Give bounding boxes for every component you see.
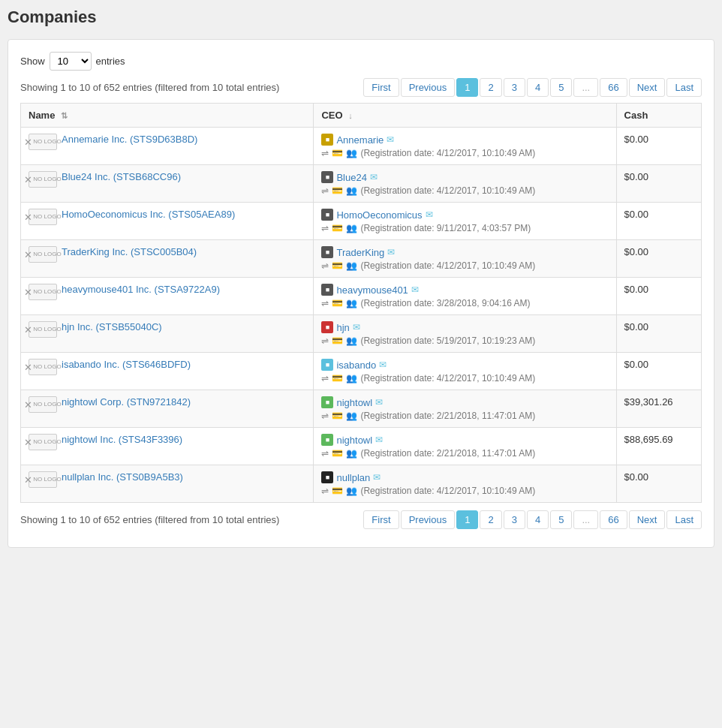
card-icon: 💳	[332, 448, 343, 459]
page-66-button-bottom[interactable]: 66	[600, 510, 627, 529]
cash-cell: $0.00	[616, 278, 701, 315]
ceo-name-link[interactable]: nullplan	[336, 472, 370, 483]
ceo-avatar: ■	[321, 359, 333, 371]
no-logo-icon: ✕ NO LOGO	[29, 246, 57, 263]
ceo-name-link[interactable]: nightowl	[336, 397, 372, 408]
company-name-cell: ✕ NO LOGO TraderKing Inc. (STSC005B04)	[21, 240, 314, 278]
no-logo-icon: ✕ NO LOGO	[29, 209, 57, 225]
mail-icon[interactable]: ✉	[353, 322, 360, 332]
next-button-bottom[interactable]: Next	[629, 510, 666, 529]
company-link[interactable]: HomoOeconomicus Inc. (STS05AEA89)	[62, 209, 235, 220]
last-button-top[interactable]: Last	[666, 78, 702, 97]
company-name-cell: ✕ NO LOGO nullplan Inc. (STS0B9A5B3)	[21, 465, 314, 503]
mail-icon[interactable]: ✉	[379, 359, 387, 370]
mail-icon[interactable]: ✉	[375, 397, 383, 408]
mail-icon[interactable]: ✉	[411, 284, 419, 295]
mail-icon[interactable]: ✉	[373, 472, 381, 483]
transfer-icon: ⇌	[321, 148, 329, 158]
page-1-button-top[interactable]: 1	[456, 78, 478, 97]
ceo-name-link[interactable]: HomoOeconomicus	[336, 209, 422, 221]
last-button-bottom[interactable]: Last	[666, 510, 702, 529]
ceo-avatar: ■	[321, 134, 333, 146]
company-link[interactable]: nightowl Corp. (STN9721842)	[62, 396, 191, 408]
company-name-cell: ✕ NO LOGO hjn Inc. (STSB55040C)	[21, 315, 314, 353]
ceo-name-link[interactable]: nightowl	[336, 435, 372, 446]
no-logo-icon: ✕ NO LOGO	[29, 321, 57, 338]
col-ceo[interactable]: CEO ↓	[314, 104, 616, 128]
first-button-top[interactable]: First	[363, 78, 399, 97]
previous-button-bottom[interactable]: Previous	[401, 510, 456, 529]
company-name-cell: ✕ NO LOGO nightowl Corp. (STN9721842)	[21, 390, 314, 428]
card-icon: 💳	[332, 223, 343, 233]
page-4-button-top[interactable]: 4	[527, 78, 549, 97]
ceo-reg-date: (Registration date: 4/12/2017, 10:10:49 …	[360, 260, 535, 271]
ceo-name-link[interactable]: Blue24	[336, 172, 366, 183]
ceo-cell: ■ HomoOeconomicus ✉ ⇌ 💳 👥 (Registration …	[314, 203, 616, 240]
ceo-avatar: ■	[321, 321, 333, 333]
ceo-reg-date: (Registration date: 4/12/2017, 10:10:49 …	[360, 185, 535, 196]
company-link[interactable]: heavymouse401 Inc. (STSA9722A9)	[62, 284, 220, 295]
col-name[interactable]: Name ⇅	[21, 104, 314, 128]
mail-icon[interactable]: ✉	[426, 209, 433, 220]
cash-cell: $0.00	[616, 465, 701, 503]
ceo-cell: ■ hjn ✉ ⇌ 💳 👥 (Registration date: 5/19/2…	[314, 315, 616, 353]
page-4-button-bottom[interactable]: 4	[527, 510, 549, 529]
ceo-name-link[interactable]: TraderKing	[336, 247, 384, 258]
company-link[interactable]: Annemarie Inc. (STS9D63B8D)	[62, 134, 197, 145]
table-row: ✕ NO LOGO isabando Inc. (STS646BDFD) ■ i…	[21, 353, 702, 390]
ceo-cell: ■ Blue24 ✉ ⇌ 💳 👥 (Registration date: 4/1…	[314, 165, 616, 203]
show-label: Show	[20, 56, 45, 67]
ceo-name-link[interactable]: heavymouse401	[336, 284, 408, 296]
no-logo-icon: ✕ NO LOGO	[29, 171, 57, 188]
company-name-cell: ✕ NO LOGO heavymouse401 Inc. (STSA9722A9…	[21, 278, 314, 315]
page-2-button-top[interactable]: 2	[480, 78, 501, 97]
company-link[interactable]: nightowl Inc. (STS43F3396)	[62, 434, 182, 445]
first-button-bottom[interactable]: First	[363, 510, 399, 529]
mail-icon[interactable]: ✉	[370, 172, 378, 182]
mail-icon[interactable]: ✉	[375, 435, 383, 445]
table-row: ✕ NO LOGO TraderKing Inc. (STSC005B04) ■…	[21, 240, 702, 278]
company-link[interactable]: TraderKing Inc. (STSC005B04)	[62, 246, 197, 257]
page-1-button-bottom[interactable]: 1	[456, 510, 478, 529]
mail-icon[interactable]: ✉	[387, 134, 394, 145]
company-name-cell: ✕ NO LOGO isabando Inc. (STS646BDFD)	[21, 353, 314, 390]
ceo-name-link[interactable]: isabando	[336, 359, 376, 371]
previous-button-top[interactable]: Previous	[401, 78, 456, 97]
ceo-reg-date: (Registration date: 4/12/2017, 10:10:49 …	[360, 486, 535, 496]
no-logo-icon: ✕ NO LOGO	[29, 134, 57, 150]
ceo-reg-date: (Registration date: 3/28/2018, 9:04:16 A…	[360, 298, 530, 308]
company-link[interactable]: hjn Inc. (STSB55040C)	[62, 321, 162, 332]
people-icon: 👥	[346, 260, 357, 271]
cash-cell: $39,301.26	[616, 390, 701, 428]
ellipsis-top: ...	[573, 78, 598, 97]
ellipsis-bottom: ...	[573, 510, 598, 529]
company-link[interactable]: nullplan Inc. (STS0B9A5B3)	[62, 471, 183, 483]
table-row: ✕ NO LOGO nightowl Corp. (STN9721842) ■ …	[21, 390, 702, 428]
ceo-avatar: ■	[321, 171, 333, 183]
cash-cell: $0.00	[616, 240, 701, 278]
ceo-name-link[interactable]: Annemarie	[336, 134, 384, 146]
page-66-button-top[interactable]: 66	[600, 78, 627, 97]
next-button-top[interactable]: Next	[629, 78, 666, 97]
company-link[interactable]: isabando Inc. (STS646BDFD)	[62, 359, 191, 370]
card-icon: 💳	[332, 260, 343, 271]
ceo-avatar: ■	[321, 209, 333, 221]
pagination-info-top: Showing 1 to 10 of 652 entries (filtered…	[20, 82, 279, 93]
page-3-button-top[interactable]: 3	[504, 78, 525, 97]
card-icon: 💳	[332, 298, 343, 308]
page-2-button-bottom[interactable]: 2	[480, 510, 501, 529]
page-title: Companies	[8, 8, 714, 27]
entries-select[interactable]: 10 25 50 100	[50, 52, 92, 71]
ceo-avatar: ■	[321, 396, 333, 408]
page-3-button-bottom[interactable]: 3	[504, 510, 525, 529]
page-5-button-top[interactable]: 5	[550, 78, 572, 97]
company-link[interactable]: Blue24 Inc. (STSB68CC96)	[62, 171, 181, 182]
company-name-cell: ✕ NO LOGO HomoOeconomicus Inc. (STS05AEA…	[21, 203, 314, 240]
page-5-button-bottom[interactable]: 5	[550, 510, 572, 529]
mail-icon[interactable]: ✉	[387, 247, 395, 257]
ceo-cell: ■ Annemarie ✉ ⇌ 💳 👥 (Registration date: …	[314, 128, 616, 165]
company-name-cell: ✕ NO LOGO Blue24 Inc. (STSB68CC96)	[21, 165, 314, 203]
ceo-name-link[interactable]: hjn	[336, 322, 349, 333]
no-logo-icon: ✕ NO LOGO	[29, 396, 57, 413]
ceo-cell: ■ nullplan ✉ ⇌ 💳 👥 (Registration date: 4…	[314, 465, 616, 503]
